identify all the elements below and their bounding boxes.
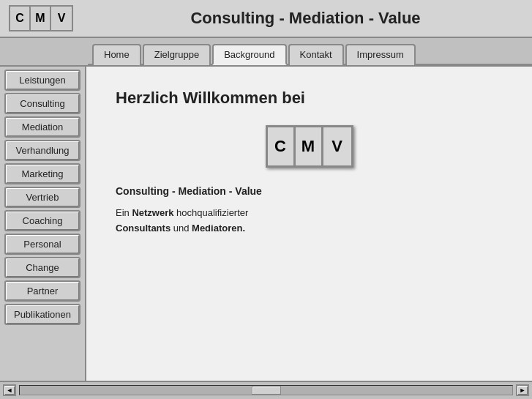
content-subtitle: Consulting - Mediation - Value (116, 185, 503, 197)
sidebar: Leistungen Consulting Mediation Verhandl… (0, 67, 86, 381)
sidebar-item-coaching[interactable]: Coaching (4, 210, 80, 231)
sidebar-item-partner[interactable]: Partner (4, 280, 80, 302)
sidebar-item-leistungen[interactable]: Leistungen (4, 70, 80, 91)
content-logo-c: C (268, 127, 296, 165)
content-logo-m: M (296, 127, 323, 165)
desc-consultants: Consultants (116, 223, 171, 234)
sidebar-item-publikationen[interactable]: Publikationen (4, 304, 80, 325)
sidebar-item-personal[interactable]: Personal (4, 234, 80, 255)
sidebar-item-verhandlung[interactable]: Verhandlung (4, 140, 80, 161)
content-logo: C M V (266, 125, 353, 168)
main-layout: Leistungen Consulting Mediation Verhandl… (0, 67, 532, 381)
sidebar-item-change[interactable]: Change (4, 257, 80, 278)
scroll-track[interactable] (19, 385, 513, 395)
content-description: Ein Netzwerk hochqualifizierter Consulta… (116, 206, 503, 236)
welcome-heading: Herzlich Willkommen bei (116, 89, 503, 108)
horizontal-scrollbar: ◄ ► (0, 381, 532, 398)
logo-letter-m: M (31, 7, 51, 30)
nav-tabs: Home Zielgruppe Background Kontakt Impre… (88, 38, 532, 65)
tab-zielgruppe[interactable]: Zielgruppe (143, 44, 211, 65)
desc-suffix: hochqualifizierter (173, 207, 248, 218)
tab-background[interactable]: Background (212, 44, 286, 65)
sidebar-item-mediation[interactable]: Mediation (4, 116, 80, 138)
sidebar-item-consulting[interactable]: Consulting (4, 93, 80, 114)
sidebar-item-marketing[interactable]: Marketing (4, 163, 80, 184)
scroll-thumb[interactable] (252, 386, 281, 395)
logo-letter-v: V (51, 7, 72, 30)
tab-home[interactable]: Home (92, 44, 141, 65)
tab-impressum[interactable]: Impressum (345, 44, 416, 65)
header: C M V Consulting - Mediation - Value (0, 0, 532, 38)
logo-letter-c: C (10, 7, 31, 30)
scroll-left-button[interactable]: ◄ (3, 384, 16, 396)
sidebar-item-vertrieb[interactable]: Vertrieb (4, 187, 80, 208)
desc-und: und (171, 223, 192, 234)
desc-netzwerk: Netzwerk (132, 207, 173, 218)
content-logo-v: V (323, 127, 351, 165)
scroll-right-button[interactable]: ► (516, 384, 529, 396)
header-logo: C M V (9, 5, 73, 31)
desc-mediatoren: Mediatoren. (192, 223, 245, 234)
nav-bar: Home Zielgruppe Background Kontakt Impre… (0, 38, 532, 67)
content-area: Herzlich Willkommen bei C M V Consulting… (86, 67, 532, 381)
desc-prefix: Ein (116, 207, 132, 218)
tab-kontakt[interactable]: Kontakt (288, 44, 344, 65)
page-title: Consulting - Mediation - Value (88, 9, 523, 28)
